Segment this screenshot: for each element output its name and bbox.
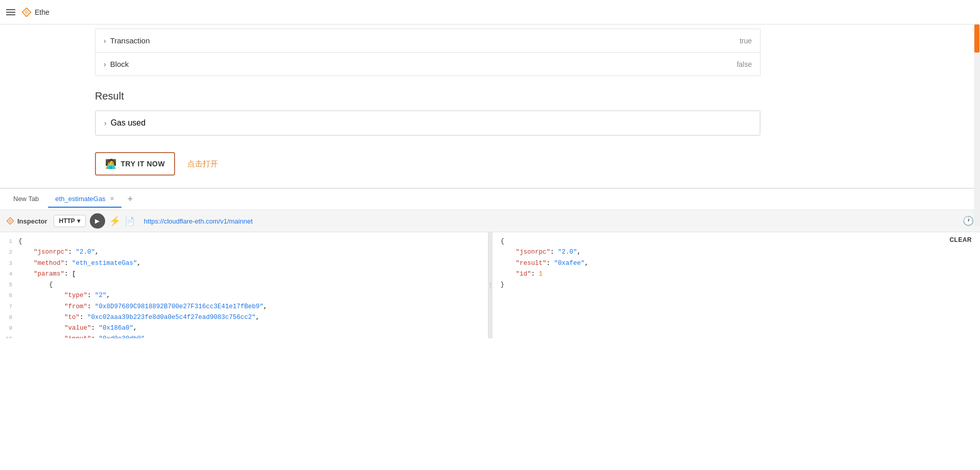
request-code-panel[interactable]: 1 { 2 "jsonrpc": "2.0", 3 "method": "eth… (0, 232, 488, 338)
code-line-9: 9 "value": "0x186a0", (0, 323, 488, 334)
main-area: › Transaction true › Block false Result … (0, 24, 980, 361)
editors-area: 1 { 2 "jsonrpc": "2.0", 3 "method": "eth… (0, 232, 980, 338)
transaction-value: true (740, 37, 752, 45)
code-line-7: 7 "from": "0x8D97689C9818892B700e27F316c… (0, 302, 488, 312)
block-row[interactable]: › Block false (95, 53, 760, 76)
scroll-thumb[interactable] (974, 24, 979, 53)
response-code-panel[interactable]: CLEAR { "jsonrpc": "2.0", "result": "0xa… (493, 232, 981, 338)
tab-close-icon[interactable]: ✕ (110, 195, 114, 202)
inspector-diamond-icon (6, 217, 14, 225)
panel-divider[interactable] (488, 232, 493, 338)
scroll-track[interactable] (974, 24, 980, 226)
tabs-bar: New Tab eth_estimateGas ✕ + (0, 189, 980, 210)
result-section: Result › Gas used 🧑‍💻 TRY IT NOW 点击打开 (95, 80, 761, 184)
try-area: 🧑‍💻 TRY IT NOW 点击打开 (95, 140, 761, 184)
tab-eth-estimate-gas[interactable]: eth_estimateGas ✕ (48, 191, 121, 208)
code-line-8: 8 "to": "0xc02aaa39b223fe8d0a0e5c4f27ead… (0, 312, 488, 323)
inspector-logo: Inspector (6, 217, 47, 225)
transaction-label: Transaction (110, 36, 150, 45)
hamburger-menu-button[interactable] (6, 8, 15, 17)
gas-used-label: Gas used (111, 118, 145, 128)
gas-used-container: › Gas used (95, 110, 761, 136)
open-link[interactable]: 点击打开 (187, 159, 218, 169)
logo-diamond-icon (21, 7, 32, 17)
resp-line-5: } (493, 280, 981, 290)
send-request-button[interactable]: ▶ (90, 213, 105, 229)
resp-line-3: "result": "0xafee", (493, 258, 981, 269)
code-line-2: 2 "jsonrpc": "2.0", (0, 247, 488, 258)
chevron-right-icon-2: › (104, 60, 106, 68)
gas-used-row[interactable]: › Gas used (95, 111, 760, 135)
code-line-6: 6 "type": "2", (0, 290, 488, 301)
result-heading: Result (95, 90, 761, 102)
resp-line-2: "jsonrpc": "2.0", (493, 247, 981, 258)
transaction-row[interactable]: › Transaction true (95, 29, 760, 53)
new-tab-label: New Tab (13, 195, 39, 203)
code-line-4: 4 "params": [ (0, 269, 488, 280)
code-line-3: 3 "method": "eth_estimateGas", (0, 258, 488, 269)
url-input[interactable] (139, 215, 959, 228)
play-icon: ▶ (95, 217, 100, 225)
inspector-toolbar: Inspector HTTP ▾ ▶ ⚡ 📄 🕐 (0, 210, 980, 232)
inspector-panel: New Tab eth_estimateGas ✕ + Inspector HT… (0, 188, 980, 361)
try-btn-label: TRY IT NOW (121, 160, 165, 168)
tab-new-tab[interactable]: New Tab (6, 191, 46, 208)
resp-line-4: "id": 1 (493, 269, 981, 280)
try-btn-emoji: 🧑‍💻 (105, 158, 117, 169)
code-line-1: 1 { (0, 236, 488, 247)
code-line-10: 10 "input": "0xd0e30db0" (0, 334, 488, 338)
http-method-dropdown[interactable]: HTTP ▾ (54, 215, 86, 227)
bolt-icon: ⚡ (109, 215, 120, 227)
http-label: HTTP (59, 217, 75, 225)
params-section: › Transaction true › Block false (95, 29, 761, 76)
block-value: false (737, 60, 752, 68)
new-tab-button[interactable]: + (124, 192, 137, 207)
code-line-5: 5 { (0, 280, 488, 290)
doc-icon: 📄 (125, 216, 135, 226)
top-bar: Ethe (0, 0, 980, 24)
block-label: Block (110, 60, 129, 68)
resp-line-1: { (493, 236, 981, 247)
chevron-right-icon-3: › (104, 119, 107, 127)
clear-button[interactable]: CLEAR (949, 236, 972, 243)
try-it-now-button[interactable]: 🧑‍💻 TRY IT NOW (95, 152, 175, 176)
inspector-label: Inspector (17, 217, 47, 225)
chevron-right-icon: › (104, 37, 106, 45)
dropdown-chevron-icon: ▾ (77, 217, 80, 225)
plus-icon: + (128, 194, 133, 204)
eth-estimate-label: eth_estimateGas (55, 195, 105, 203)
app-logo-area: Ethe (21, 7, 50, 17)
history-icon[interactable]: 🕐 (963, 215, 974, 227)
app-name: Ethe (35, 8, 50, 16)
